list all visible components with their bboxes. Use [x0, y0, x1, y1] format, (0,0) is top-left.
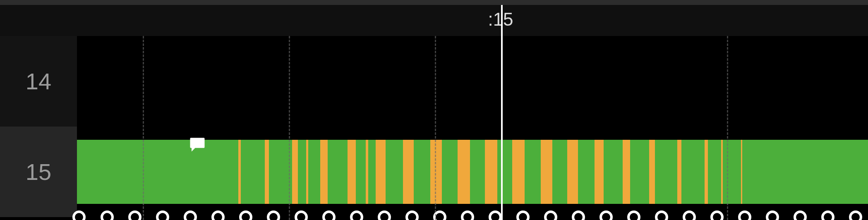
clip-stripe [649, 140, 655, 204]
keyframe-dot[interactable] [710, 210, 724, 220]
keyframe-dot[interactable] [378, 210, 391, 220]
track-lap-14[interactable] [77, 36, 868, 127]
window-top-divider [0, 0, 868, 5]
keyframe-dot[interactable] [572, 210, 585, 220]
clip-stripe [376, 140, 386, 204]
keyframe-dot[interactable] [184, 210, 197, 220]
track-lap-15[interactable] [77, 127, 868, 217]
lap-number-label: 15 [26, 158, 51, 185]
keyframe-dot[interactable] [433, 210, 446, 220]
clip-stripe [458, 140, 470, 204]
tracks-area[interactable] [77, 36, 868, 220]
time-ruler[interactable]: :15 [0, 5, 868, 36]
keyframe-dot[interactable] [350, 210, 363, 220]
clip-stripe [512, 140, 525, 204]
keyframe-dot[interactable] [849, 210, 862, 220]
clip-stripe [348, 140, 356, 204]
clip-stripe [721, 140, 723, 204]
keyframe-dot[interactable] [766, 210, 779, 220]
clip-stripe [238, 140, 241, 204]
keyframe-dot[interactable] [128, 210, 141, 220]
lap-number-label: 14 [26, 68, 51, 95]
clip-stripe [485, 140, 497, 204]
clip-stripe [366, 140, 368, 204]
clip-stripe [320, 140, 328, 204]
clip-stripe [677, 140, 681, 204]
keyframe-dot[interactable] [295, 210, 308, 220]
keyframe-dot[interactable] [738, 210, 751, 220]
keyframe-dot[interactable] [489, 210, 502, 220]
comment-marker-icon[interactable] [189, 136, 206, 153]
keyframe-dot[interactable] [156, 210, 169, 220]
keyframe-dot[interactable] [461, 210, 474, 220]
clip-stripe [541, 140, 552, 204]
keyframe-dot[interactable] [655, 210, 668, 220]
clip-stripe [741, 140, 742, 204]
time-ruler-label: :15 [488, 9, 513, 30]
keyframe-dot[interactable] [101, 210, 114, 220]
keyframe-dot[interactable] [239, 210, 252, 220]
keyframe-dot[interactable] [72, 210, 86, 220]
clip-stripe [430, 140, 442, 204]
keyframe-dot[interactable] [405, 210, 419, 220]
keyframe-dot[interactable] [211, 210, 225, 220]
keyframe-dot[interactable] [821, 210, 834, 220]
lap-row-14[interactable]: 14 [0, 36, 77, 127]
keyframe-dot[interactable] [794, 210, 807, 220]
clip-stripe [595, 140, 604, 204]
lap-gutter-header [0, 5, 77, 36]
lap-row-15[interactable]: 15 [0, 127, 77, 217]
keyframe-dot[interactable] [322, 210, 336, 220]
timeline-root: :15 14 15 [0, 0, 868, 220]
clip-stripe [265, 140, 269, 204]
keyframe-dot[interactable] [683, 210, 696, 220]
clip-stripe [306, 140, 308, 204]
clip-stripe [567, 140, 578, 204]
keyframe-dot[interactable] [544, 210, 557, 220]
clip-stripe [623, 140, 630, 204]
clip-stripe [403, 140, 414, 204]
keyframe-dot[interactable] [267, 210, 280, 220]
keyframe-dot[interactable] [627, 210, 640, 220]
clip-stripe [705, 140, 708, 204]
keyframe-dot[interactable] [599, 210, 613, 220]
keyframe-dot[interactable] [516, 210, 530, 220]
playhead[interactable] [501, 5, 503, 220]
lap-gutter: 14 15 [0, 5, 77, 220]
clip-stripe [292, 140, 298, 204]
